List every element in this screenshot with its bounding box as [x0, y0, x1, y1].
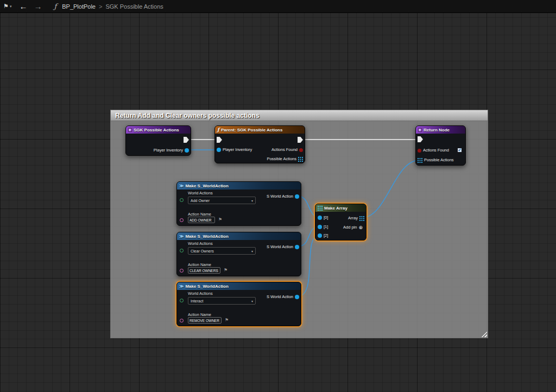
pin-label-actions-found: Actions Found	[271, 148, 298, 152]
dropdown-value: Clear Owners	[191, 249, 214, 253]
pin-label-0: [0]	[324, 216, 328, 220]
node-make-s-worldaction-3[interactable]: ≫ Make S_WorldAction World Actions Inter…	[176, 282, 301, 326]
breadcrumb-current: SGK Possible Actions	[105, 3, 163, 10]
exec-in-pin[interactable]	[217, 137, 222, 143]
bookmark-chevron-icon[interactable]: ▾	[10, 4, 12, 9]
array-element-2-in-pin[interactable]	[318, 233, 322, 238]
world-actions-label: World Actions	[188, 291, 213, 296]
player-inventory-out-pin[interactable]	[185, 148, 189, 153]
node-make-array[interactable]: Make Array [0] [1] [2] Array Add pin ⊕	[315, 204, 367, 241]
exec-in-pin[interactable]	[418, 136, 423, 142]
node-title: Make S_WorldAction	[185, 284, 228, 289]
pin-label-player-inventory: Player Inventory	[154, 148, 183, 153]
node-header[interactable]: ≫ Make S_WorldAction	[177, 282, 301, 290]
breadcrumb-separator: >	[99, 3, 102, 10]
chevron-down-icon: ▾	[251, 249, 253, 253]
world-actions-dropdown[interactable]: Add Owner ▾	[188, 197, 256, 204]
world-actions-dropdown[interactable]: Interact ▾	[188, 297, 256, 305]
node-return[interactable]: Return Node Actions Found ✓ Possible Act…	[415, 125, 466, 166]
action-name-label: Action Name	[188, 312, 211, 317]
pin-label-possible-actions: Possible Actions	[267, 157, 296, 161]
pin-label-possible-actions: Possible Actions	[424, 158, 454, 162]
chevron-down-icon: ▾	[251, 199, 253, 203]
make-struct-icon: ≫	[179, 184, 184, 188]
node-header[interactable]: ≫ Make S_WorldAction	[177, 182, 301, 189]
array-out-pin[interactable]	[359, 216, 364, 221]
dropdown-value: Add Owner	[191, 199, 210, 203]
s-world-action-out-pin[interactable]	[295, 194, 299, 199]
make-struct-icon: ≫	[179, 234, 184, 239]
action-name-in-pin[interactable]	[180, 319, 184, 323]
node-header[interactable]: ≫ Make S_WorldAction	[177, 232, 301, 240]
actions-found-out-pin[interactable]	[299, 148, 303, 152]
add-pin-button[interactable]: Add pin ⊕	[343, 225, 363, 230]
node-header[interactable]: SGK Possible Actions	[126, 126, 191, 134]
function-icon: ƒ	[54, 2, 56, 10]
action-name-label: Action Name	[188, 212, 211, 217]
node-title: Parent: SGK Possible Actions	[221, 128, 283, 132]
pin-label-player-inventory: Player Inventory	[223, 148, 252, 152]
node-parent-sgk-possible-actions[interactable]: ƒ Parent: SGK Possible Actions Player In…	[214, 125, 305, 163]
node-make-s-worldaction-2[interactable]: ≫ Make S_WorldAction World Actions Clear…	[176, 232, 301, 276]
bookmark-icon[interactable]: ⚑	[3, 3, 9, 10]
world-actions-label: World Actions	[188, 191, 213, 195]
node-title: Make S_WorldAction	[185, 184, 228, 188]
possible-actions-in-pin[interactable]	[418, 158, 422, 163]
array-element-0-in-pin[interactable]	[318, 216, 322, 220]
node-title: Make Array	[324, 206, 348, 211]
action-name-in-pin[interactable]	[180, 218, 184, 222]
array-element-1-in-pin[interactable]	[318, 225, 322, 229]
comment-title[interactable]: Return Add and Clear owners possible act…	[110, 110, 488, 121]
player-inventory-in-pin[interactable]	[217, 148, 221, 152]
actions-found-checkbox[interactable]: ✓	[457, 148, 462, 153]
forward-button[interactable]: →	[34, 2, 42, 11]
pin-label-s-world-action: S World Action	[267, 245, 293, 249]
world-actions-in-pin[interactable]	[180, 299, 184, 302]
world-actions-in-pin[interactable]	[180, 198, 184, 202]
node-header[interactable]: ƒ Parent: SGK Possible Actions	[215, 126, 305, 134]
back-button[interactable]: ←	[19, 2, 27, 11]
array-icon	[318, 206, 323, 211]
action-name-in-pin[interactable]	[180, 269, 184, 273]
action-name-label: Action Name	[188, 262, 211, 267]
chevron-down-icon: ▾	[251, 299, 253, 303]
s-world-action-out-pin[interactable]	[295, 245, 299, 249]
dropdown-value: Interact	[191, 299, 203, 303]
parent-function-icon: ƒ	[217, 127, 219, 132]
flag-icon: ⚑	[225, 318, 229, 323]
world-actions-dropdown[interactable]: Clear Owners ▾	[188, 247, 256, 255]
add-pin-plus-icon: ⊕	[358, 225, 363, 230]
actions-found-in-pin[interactable]	[418, 149, 421, 153]
action-name-input[interactable]	[188, 317, 222, 324]
node-sgk-possible-actions[interactable]: SGK Possible Actions Player Inventory	[125, 125, 191, 156]
add-pin-label: Add pin	[343, 225, 357, 230]
toolbar: ⚑ ▾ ← → ƒ BP_PlotPole > SGK Possible Act…	[0, 0, 556, 13]
return-node-icon	[418, 128, 422, 132]
pin-label-s-world-action: S World Action	[267, 194, 293, 199]
possible-actions-out-pin[interactable]	[298, 157, 303, 162]
make-struct-icon: ≫	[179, 284, 184, 289]
pin-label-array: Array	[348, 216, 358, 220]
world-actions-label: World Actions	[188, 241, 213, 246]
s-world-action-out-pin[interactable]	[295, 295, 299, 299]
world-actions-in-pin[interactable]	[180, 249, 184, 252]
node-title: SGK Possible Actions	[134, 128, 179, 132]
flag-icon: ⚑	[224, 268, 228, 273]
node-title: Return Node	[424, 128, 450, 132]
exec-out-pin[interactable]	[298, 137, 303, 143]
action-name-input[interactable]	[188, 267, 220, 274]
action-name-input[interactable]	[188, 217, 215, 223]
pin-label-1: [1]	[324, 225, 328, 229]
function-entry-icon	[128, 128, 132, 132]
node-header[interactable]: Return Node	[416, 126, 465, 134]
node-make-s-worldaction-1[interactable]: ≫ Make S_WorldAction World Actions Add O…	[176, 181, 301, 226]
exec-out-pin[interactable]	[184, 137, 189, 143]
flag-icon: ⚑	[218, 218, 222, 222]
node-title: Make S_WorldAction	[185, 234, 228, 239]
pin-label-actions-found: Actions Found	[423, 148, 449, 153]
pin-label-2: [2]	[324, 233, 328, 238]
pin-label-s-world-action: S World Action	[267, 295, 293, 299]
node-header[interactable]: Make Array	[315, 204, 366, 212]
breadcrumb-root[interactable]: BP_PlotPole	[62, 3, 96, 10]
